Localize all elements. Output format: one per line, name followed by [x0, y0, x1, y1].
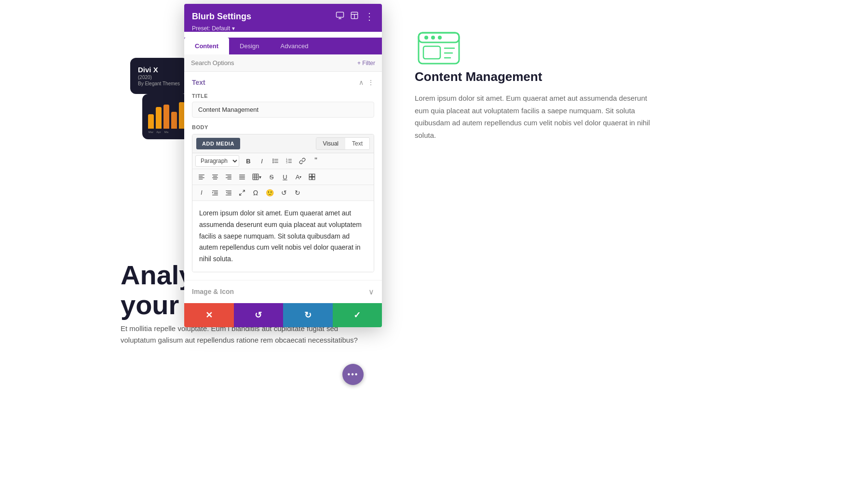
- image-icon-section[interactable]: Image & Icon ∨: [184, 280, 382, 303]
- text-section-header[interactable]: Text ∧ ⋮: [184, 72, 382, 93]
- emoji-button[interactable]: 🙂: [263, 187, 277, 199]
- panel-header: Blurb Settings ⋮ Preset: Default ▾: [184, 4, 382, 32]
- chart-bar-3: [163, 105, 169, 129]
- text-section-title: Text: [192, 79, 205, 86]
- cms-icon: [415, 29, 463, 67]
- body-field: Body ADD MEDIA Visual Text: [192, 124, 374, 272]
- save-button[interactable]: ✓: [333, 303, 382, 327]
- align-center-button[interactable]: [209, 171, 221, 183]
- align-left-button[interactable]: [195, 171, 208, 183]
- text-section-content: Title Body ADD MEDIA Visual Text: [184, 93, 382, 280]
- toolbar-row-3: I Ω 🙂 ↺: [192, 185, 374, 201]
- background-page: Divi X (2020) By Elegant Themes Mar Apr …: [0, 0, 868, 479]
- svg-rect-58: [226, 195, 231, 195]
- svg-rect-50: [212, 190, 218, 191]
- divi-card-author: By Elegant Themes: [138, 81, 180, 86]
- link-button[interactable]: [296, 155, 309, 167]
- italic-button[interactable]: I: [256, 155, 268, 167]
- svg-text:3: 3: [286, 161, 287, 164]
- chevron-down-icon: ∨: [368, 287, 374, 296]
- right-preview: Content Management Lorem ipsum dolor sit…: [415, 29, 704, 141]
- justify-button[interactable]: [236, 171, 248, 183]
- bold-button[interactable]: B: [242, 155, 255, 167]
- preview-body: Lorem ipsum dolor sit amet. Eum quaerat …: [415, 92, 656, 141]
- svg-rect-47: [312, 174, 315, 176]
- filter-button[interactable]: + Filter: [357, 60, 375, 67]
- svg-rect-48: [309, 177, 312, 180]
- strikethrough-button[interactable]: S: [265, 171, 278, 183]
- tab-advanced[interactable]: Advanced: [270, 38, 319, 54]
- tab-content[interactable]: Content: [184, 38, 229, 54]
- collapse-icon[interactable]: ∧: [359, 79, 364, 86]
- title-field: Title: [192, 93, 374, 118]
- underline-button[interactable]: U: [279, 171, 291, 183]
- svg-rect-32: [213, 179, 217, 179]
- chart-bar-2: [156, 107, 162, 129]
- svg-rect-46: [309, 174, 312, 176]
- svg-rect-35: [226, 177, 231, 178]
- omega-button[interactable]: Ω: [249, 187, 262, 199]
- svg-rect-53: [212, 195, 218, 195]
- svg-point-17: [272, 162, 273, 163]
- title-input[interactable]: [192, 102, 374, 118]
- svg-point-4: [438, 36, 442, 40]
- svg-rect-40: [239, 179, 245, 179]
- fullscreen-button[interactable]: [236, 187, 248, 199]
- visual-text-toggle: Visual Text: [316, 137, 370, 150]
- add-media-button[interactable]: ADD MEDIA: [196, 138, 240, 149]
- floating-dots-button[interactable]: •••: [342, 364, 364, 385]
- action-bar: ✕ ↺ ↻ ✓: [184, 303, 382, 327]
- panel-preset[interactable]: Preset: Default ▾: [192, 25, 374, 32]
- format-italic-button[interactable]: I: [195, 187, 208, 199]
- svg-marker-54: [212, 192, 213, 193]
- chart-bars: [148, 100, 185, 129]
- responsive-icon[interactable]: [336, 11, 344, 22]
- svg-rect-34: [228, 176, 231, 176]
- align-right-button[interactable]: [222, 171, 235, 183]
- unordered-list-button[interactable]: [269, 155, 282, 167]
- paragraph-select[interactable]: Paragraph: [195, 155, 239, 167]
- special-chars-button[interactable]: [306, 171, 318, 183]
- svg-rect-29: [212, 174, 218, 175]
- svg-rect-39: [239, 177, 245, 178]
- outdent-button[interactable]: [222, 187, 235, 199]
- section-actions: ∧ ⋮: [359, 79, 374, 86]
- svg-rect-33: [226, 174, 231, 175]
- blockquote-button[interactable]: ": [310, 155, 322, 167]
- table-button[interactable]: ▾: [249, 171, 264, 183]
- layout-icon[interactable]: [350, 11, 359, 22]
- toolbar-row-2: ▾ S U A▾: [192, 169, 374, 185]
- tab-design[interactable]: Design: [229, 38, 270, 54]
- cancel-button[interactable]: ✕: [184, 303, 234, 327]
- more-options-icon[interactable]: ⋮: [365, 11, 374, 22]
- toolbar-row-1: Paragraph B I 123: [192, 153, 374, 169]
- panel-tabs: Content Design Advanced: [184, 38, 382, 54]
- settings-panel: Blurb Settings ⋮ Preset: Default ▾ Co: [184, 4, 382, 327]
- undo-button[interactable]: ↺: [234, 303, 284, 327]
- svg-rect-49: [312, 177, 315, 180]
- editor-container: ADD MEDIA Visual Text Paragraph B: [192, 134, 374, 272]
- svg-rect-30: [213, 176, 217, 176]
- editor-top-bar: ADD MEDIA Visual Text: [192, 134, 374, 153]
- dots-icon: •••: [348, 370, 359, 379]
- panel-body: Text ∧ ⋮ Title Body: [184, 72, 382, 303]
- undo-editor-button[interactable]: ↺: [278, 187, 290, 199]
- search-input[interactable]: [191, 59, 312, 67]
- svg-marker-59: [226, 192, 227, 193]
- ordered-list-button[interactable]: 123: [283, 155, 295, 167]
- editor-content[interactable]: Lorem ipsum dolor sit amet. Eum quaerat …: [192, 201, 374, 272]
- redo-button[interactable]: ↻: [283, 303, 333, 327]
- svg-rect-41: [253, 174, 258, 180]
- redo-editor-button[interactable]: ↻: [291, 187, 304, 199]
- indent-button[interactable]: [209, 187, 221, 199]
- svg-point-15: [272, 160, 273, 161]
- text-color-button[interactable]: A▾: [292, 171, 305, 183]
- section-more-icon[interactable]: ⋮: [367, 79, 374, 86]
- preview-title: Content Management: [415, 69, 704, 84]
- svg-rect-56: [228, 192, 231, 192]
- svg-rect-31: [212, 177, 218, 178]
- visual-toggle[interactable]: Visual: [316, 138, 345, 149]
- text-toggle[interactable]: Text: [345, 138, 369, 149]
- divi-card: Divi X (2020) By Elegant Themes: [130, 58, 188, 94]
- chart-bar-4: [171, 112, 177, 129]
